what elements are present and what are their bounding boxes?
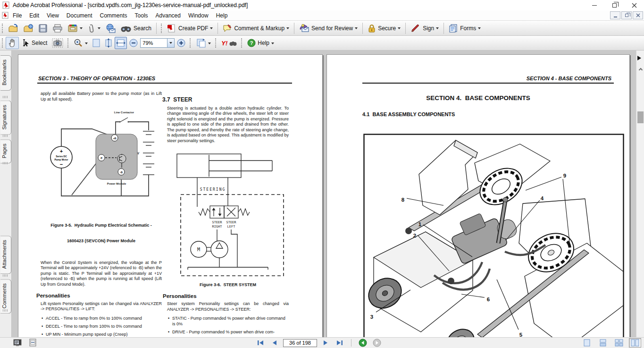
yahoo-logo: Y! [221,40,227,47]
tab-signatures[interactable]: Signatures [0,101,11,135]
secure-caret [398,27,401,31]
first-page-button[interactable] [255,339,266,347]
minimize-button[interactable] [585,0,604,10]
forms-button[interactable]: Forms [446,22,483,34]
toolbar-separator [217,23,218,34]
fit-width-button[interactable] [115,37,127,49]
menu-edit[interactable]: Edit [25,11,43,20]
zoom-tool-button[interactable] [71,37,90,49]
comment-markup-button[interactable]: Comment & Markup [220,22,292,34]
doc-close-button[interactable] [633,11,643,19]
screen-preview-icon[interactable] [13,339,23,347]
toolbar-grip[interactable] [67,38,69,48]
toolbar-grip[interactable] [161,24,162,33]
scroll-up-button[interactable] [637,66,644,72]
restore-button[interactable] [604,0,624,10]
steer-personality-list: STATIC - Pump commanded % power when dri… [167,316,289,335]
save-button[interactable] [36,22,50,34]
svg-text:STEERING: STEERING [200,187,226,192]
sign-button[interactable]: Sign [408,22,441,34]
send-review-button[interactable]: Send for Review [297,22,360,34]
open-button[interactable] [6,22,21,34]
page-size-icon[interactable] [29,339,37,347]
tab-pages[interactable]: Pages [0,139,11,163]
email-button[interactable] [103,22,118,34]
menu-file[interactable]: File [9,11,25,20]
view-toolbar: Select Y! ?Help [0,36,644,51]
attach-button[interactable] [85,22,103,34]
next-page-button[interactable] [320,339,331,347]
vertical-scrollbar[interactable] [636,51,644,337]
single-page-button[interactable] [581,338,593,348]
toolbar-grip[interactable] [215,38,217,48]
menu-comments[interactable]: Comments [96,11,131,20]
forward-arrow-icon [373,339,381,347]
organizer-caret [80,27,83,31]
secure-button[interactable]: Secure [365,22,403,34]
page-display-button[interactable] [193,37,213,49]
page-indicator-input[interactable] [284,340,317,347]
menu-view[interactable]: View [43,11,63,20]
page-indicator-box[interactable] [283,339,317,347]
previous-page-button[interactable] [269,339,280,347]
menu-help[interactable]: Help [212,11,232,20]
snapshot-tool-button[interactable] [50,37,66,49]
toolbar-separator [156,23,157,34]
callout-4: 4 [541,195,544,201]
personalities-heading-2: Personalities [163,294,289,299]
tab-attachments[interactable]: Attachments [0,236,11,274]
yahoo-search-button[interactable]: Y! [219,37,239,49]
svg-text:-B: -B [120,171,123,174]
open-web-button[interactable] [21,22,36,34]
fit-page-button[interactable] [90,37,102,49]
toolbar-separator [362,23,363,34]
zoom-level-dropdown[interactable] [167,38,175,48]
single-page-icon [584,339,590,347]
zoom-level-combo[interactable] [140,38,167,48]
scrollbar-thumb[interactable] [637,111,644,123]
menu-document[interactable]: Document [63,11,96,20]
doc-minimize-button[interactable] [610,11,620,19]
base-assembly-figure: 1 2 3 4 5 6 8 9 [363,134,624,337]
toolbar-grip[interactable] [241,38,243,48]
facing-pages-button[interactable] [629,338,641,348]
create-pdf-button[interactable]: Create PDF [165,22,215,34]
print-button[interactable] [50,22,65,34]
search-button[interactable]: Search [118,22,154,34]
toolbar-grip[interactable] [2,38,3,48]
next-view-button[interactable] [371,339,383,347]
pane-toggle-button[interactable] [636,53,644,63]
menu-window[interactable]: Window [184,11,212,20]
previous-view-button[interactable] [357,339,368,347]
zoom-in-button[interactable] [175,37,188,49]
create-pdf-label: Create PDF [178,25,208,32]
pdf-page-right: SECTION 4 - BASE COMPONENTS SECTION 4. B… [326,54,630,337]
toolbar-grip[interactable] [2,24,3,33]
select-tool-button[interactable]: Select [19,37,50,49]
tab-comments[interactable]: Comments [0,279,11,314]
previous-page-icon [272,340,277,346]
zoom-out-button[interactable] [127,37,140,49]
page-layout-controls [581,338,641,348]
tab-bookmarks[interactable]: Bookmarks [0,55,11,91]
tab-grip [3,274,8,277]
organizer-button[interactable] [65,22,85,34]
help-button[interactable]: ?Help [245,37,276,49]
zoom-level-input[interactable] [141,40,167,46]
callout-9: 9 [563,173,566,178]
doc-restore-button[interactable] [621,11,632,19]
create-pdf-icon [167,24,176,33]
continuous-button[interactable] [597,338,609,348]
left-page-column-2: 3.7 STEER Steering is actuated by a doub… [167,97,289,337]
continuous-facing-button[interactable] [613,338,625,348]
hand-tool-button[interactable] [6,37,19,49]
toolbar-grip[interactable] [190,38,191,48]
fit-height-button[interactable] [102,37,115,49]
close-button[interactable] [624,0,644,10]
menu-advanced[interactable]: Advanced [152,11,184,20]
pdf-page-left: SECTION 3 - THEORY OF OPERATION - 1230ES… [18,54,323,337]
steer-paragraph: Steering is actuated by a double action … [167,106,289,144]
last-page-button[interactable] [334,339,345,347]
navigation-tab-strip: Bookmarks Signatures Pages Attachments C… [0,51,12,337]
menu-tools[interactable]: Tools [131,11,152,20]
